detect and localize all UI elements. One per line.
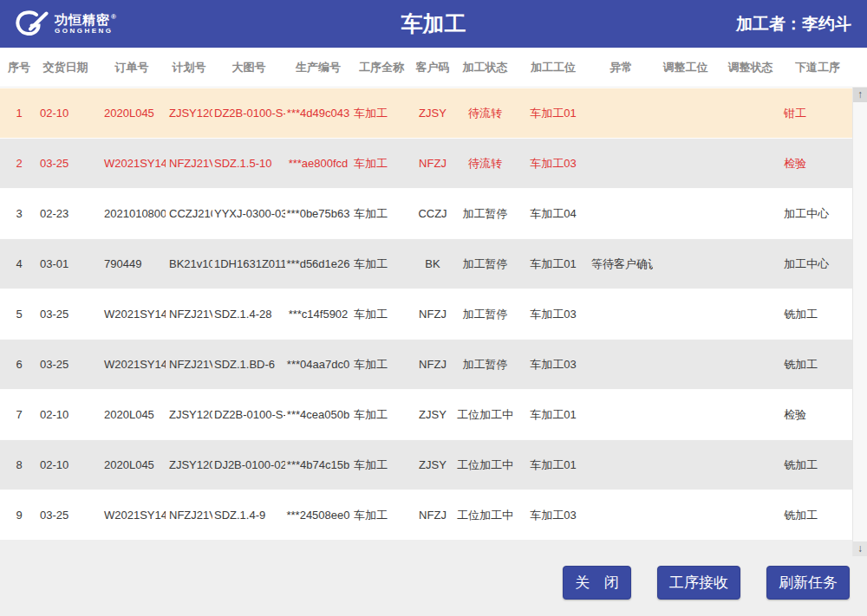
cell-production-no: ***4cea050b	[285, 390, 351, 439]
cell-process-status: 工位加工中	[453, 490, 517, 540]
cell-adjust-status	[718, 189, 783, 238]
brand-text: 功恒精密® GONGHENG	[55, 13, 117, 35]
cell-plan-no: NFZJ21V:	[166, 340, 212, 389]
table-row[interactable]: 702-102020L045ZJSY1201DZ2B-0100-S-N.1***…	[0, 389, 852, 439]
app-header: 功恒精密® GONGHENG 车加工 加工者：李约斗	[0, 0, 867, 48]
cell-plan-no: NFZJ21V:	[166, 490, 212, 540]
cell-work-station: 车加工03	[517, 490, 590, 540]
cell-delivery-date: 02-23	[33, 189, 98, 238]
table-row[interactable]: 503-25W2021SY140NFZJ21V:SDZ.1.4-28***c14…	[0, 289, 852, 339]
column-header-customer-code: 客户码	[412, 48, 453, 87]
table-row[interactable]: 203-25W2021SY140NFZJ21V:SDZ.1.5-10***ae8…	[0, 138, 852, 188]
cell-seq: 3	[5, 189, 33, 238]
cell-work-station: 车加工03	[517, 289, 590, 339]
table-row[interactable]: 403-01790449BK21v10:1DH1631Z011***d56d1e…	[0, 238, 852, 289]
cell-adjust-status	[718, 440, 783, 490]
scrollbar-up-arrow-icon[interactable]: ↑	[853, 88, 867, 102]
cell-adjust-station	[653, 340, 718, 389]
cell-customer-code: CCZJ	[412, 189, 453, 238]
cell-drawing-no: DZ2B-0100-S-N.1	[212, 390, 285, 439]
footer-bar: 关 闭 工序接收 刷新任务	[0, 540, 867, 616]
cell-work-station: 车加工01	[517, 88, 590, 138]
cell-adjust-station	[653, 88, 718, 138]
table-scrollbar[interactable]: ↑ ↓	[852, 88, 867, 556]
table-row[interactable]: 903-25W2021SY140NFZJ21V:SDZ.1.4-9***2450…	[0, 490, 852, 540]
close-button[interactable]: 关 闭	[563, 566, 631, 600]
cell-delivery-date: 03-25	[33, 340, 98, 389]
cell-drawing-no: SDZ.1.4-9	[212, 490, 285, 540]
cell-abnormal	[590, 340, 653, 389]
table-row[interactable]: 603-25W2021SY140NFZJ21V:SDZ.1.BD-6***04a…	[0, 339, 852, 389]
column-header-production-no: 生产编号	[285, 48, 351, 87]
table-header-row: 序号交货日期订单号计划号大图号生产编号工序全称客户码加工状态加工工位异常调整工位…	[0, 48, 867, 88]
cell-adjust-station	[653, 189, 718, 238]
brand-logo-icon	[12, 10, 49, 38]
cell-adjust-status	[718, 340, 783, 389]
cell-adjust-station	[653, 390, 718, 439]
cell-process-name: 车加工	[351, 340, 412, 389]
column-header-plan-no: 计划号	[166, 48, 212, 87]
brand-logo: 功恒精密® GONGHENG	[0, 10, 117, 38]
cell-work-station: 车加工04	[517, 189, 590, 238]
cell-adjust-status	[718, 289, 783, 339]
cell-seq: 9	[5, 490, 33, 540]
cell-process-name: 车加工	[351, 390, 412, 439]
cell-production-no: ***0be75b63	[285, 189, 351, 238]
cell-process-name: 车加工	[351, 289, 412, 339]
scrollbar-down-arrow-icon[interactable]: ↓	[853, 541, 867, 556]
cell-delivery-date: 02-10	[33, 390, 98, 439]
cell-next-process: 铣加工	[783, 440, 852, 490]
cell-work-station: 车加工01	[517, 440, 590, 490]
operator-label: 加工者：李约斗	[736, 13, 867, 36]
table-row[interactable]: 802-102020L045ZJSY1201DJ2B-0100-02-03***…	[0, 439, 852, 490]
cell-work-station: 车加工01	[517, 239, 590, 289]
cell-delivery-date: 03-25	[33, 289, 98, 339]
cell-drawing-no: YYXJ-0300-03	[212, 189, 285, 238]
cell-process-status: 工位加工中	[453, 440, 517, 490]
cell-drawing-no: SDZ.1.5-10	[212, 139, 285, 188]
cell-abnormal: 等待客户确认	[590, 239, 653, 289]
cell-production-no: ***4b74c15b	[285, 440, 351, 490]
cell-work-station: 车加工01	[517, 390, 590, 439]
cell-production-no: ***04aa7dc0	[285, 340, 351, 389]
refresh-tasks-button[interactable]: 刷新任务	[766, 566, 850, 600]
cell-delivery-date: 03-01	[33, 239, 98, 289]
cell-customer-code: NFZJ	[412, 139, 453, 188]
cell-delivery-date: 03-25	[33, 139, 98, 188]
process-receive-button[interactable]: 工序接收	[657, 566, 740, 600]
cell-order-no: W2021SY140	[98, 340, 166, 389]
column-header-adjust-status: 调整状态	[718, 48, 783, 87]
cell-production-no: ***d56d1e26	[285, 239, 351, 289]
cell-process-status: 加工暂停	[453, 239, 517, 289]
column-header-drawing-no: 大图号	[212, 48, 285, 87]
cell-abnormal	[590, 189, 653, 238]
cell-drawing-no: DZ2B-0100-S-N-	[212, 88, 285, 138]
column-header-adjust-station: 调整工位	[653, 48, 718, 87]
app-window: 功恒精密® GONGHENG 车加工 加工者：李约斗 序号交货日期订单号计划号大…	[0, 0, 867, 616]
cell-work-station: 车加工03	[517, 139, 590, 188]
cell-customer-code: ZJSY	[412, 88, 453, 138]
cell-next-process: 铣加工	[783, 340, 852, 389]
table-row[interactable]: 102-102020L045ZJSY1201DZ2B-0100-S-N-***4…	[0, 88, 852, 138]
cell-adjust-station	[653, 289, 718, 339]
cell-delivery-date: 02-10	[33, 440, 98, 490]
cell-adjust-status	[718, 88, 783, 138]
cell-process-name: 车加工	[351, 139, 412, 188]
column-header-next-process: 下道工序	[783, 48, 852, 87]
cell-seq: 2	[5, 139, 33, 188]
column-header-order-no: 订单号	[98, 48, 166, 87]
cell-order-no: W2021SY140	[98, 490, 166, 540]
cell-next-process: 钳工	[783, 88, 852, 138]
cell-plan-no: BK21v10:	[166, 239, 212, 289]
cell-customer-code: NFZJ	[412, 289, 453, 339]
cell-adjust-status	[718, 390, 783, 439]
page-title: 车加工	[401, 10, 466, 38]
registered-trademark-icon: ®	[111, 13, 117, 21]
cell-seq: 7	[5, 390, 33, 439]
cell-abnormal	[590, 490, 653, 540]
cell-order-no: 20210108001I	[98, 189, 166, 238]
cell-abnormal	[590, 289, 653, 339]
table-row[interactable]: 302-2320210108001ICCZJ210(YYXJ-0300-03**…	[0, 188, 852, 238]
cell-seq: 5	[5, 289, 33, 339]
cell-process-name: 车加工	[351, 440, 412, 490]
